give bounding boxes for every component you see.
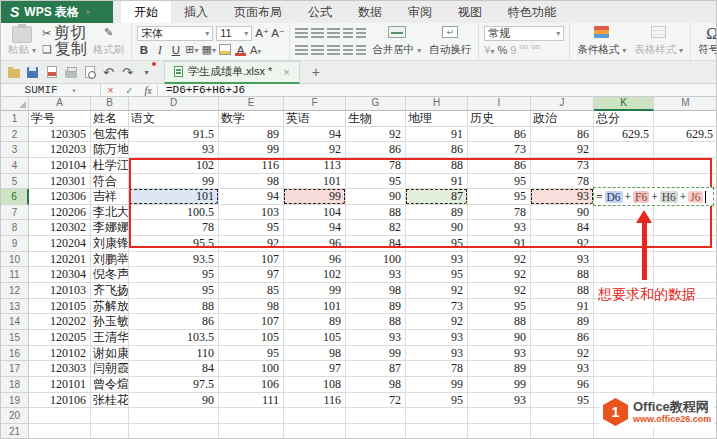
row-header-14[interactable]: 14 — [1, 314, 29, 330]
cell-D11[interactable]: 95 — [129, 267, 219, 283]
cell-B1[interactable]: 姓名 — [91, 111, 129, 127]
cell-H12[interactable]: 92 — [406, 283, 468, 299]
cell-F3[interactable]: 92 — [284, 142, 346, 158]
cell-J13[interactable]: 91 — [531, 299, 594, 315]
ribbon-tab-3[interactable]: 页面布局 — [221, 1, 295, 23]
table-style-button[interactable]: 表格样式 ▾ — [632, 25, 685, 58]
cell-J19[interactable]: 95 — [531, 393, 594, 409]
insert-function-button[interactable]: fx — [139, 85, 158, 96]
cell-A20[interactable] — [29, 408, 91, 424]
cell-M15[interactable] — [654, 330, 717, 346]
cell-A5[interactable]: 120301 — [29, 174, 91, 190]
ribbon-tab-4[interactable]: 公式 — [295, 1, 345, 23]
row-header-8[interactable]: 8 — [1, 220, 29, 236]
column-header-A[interactable]: A — [29, 97, 91, 111]
cell-I3[interactable]: 73 — [468, 142, 531, 158]
cell-K1[interactable]: 总分 — [594, 111, 654, 127]
row-header-6[interactable]: 6 — [1, 189, 29, 205]
cell-A6[interactable]: 120306 — [29, 189, 91, 205]
cell-I13[interactable]: 95 — [468, 299, 531, 315]
cell-F9[interactable]: 96 — [284, 236, 346, 252]
cell-F5[interactable]: 101 — [284, 174, 346, 190]
align-left-icon[interactable] — [295, 45, 308, 55]
cell-D13[interactable]: 88 — [129, 299, 219, 315]
cell-B13[interactable]: 苏解放 — [91, 299, 129, 315]
align-top-icon[interactable] — [295, 28, 308, 38]
align-right-icon[interactable] — [327, 45, 340, 55]
row-header-19[interactable]: 19 — [1, 393, 29, 409]
redo-icon[interactable]: ↷ — [120, 65, 135, 80]
cell-I16[interactable]: 93 — [468, 346, 531, 362]
cell-D5[interactable]: 99 — [129, 174, 219, 190]
cell-F21[interactable] — [284, 424, 346, 439]
cell-I8[interactable]: 93 — [468, 220, 531, 236]
cell-A3[interactable]: 120203 — [29, 142, 91, 158]
cell-G10[interactable]: 100 — [346, 252, 406, 268]
cell-A21[interactable] — [29, 424, 91, 439]
row-header-4[interactable]: 4 — [1, 158, 29, 174]
cell-E12[interactable]: 85 — [219, 283, 284, 299]
cell-I4[interactable]: 86 — [468, 158, 531, 174]
cell-E18[interactable]: 106 — [219, 377, 284, 393]
cell-A19[interactable]: 120106 — [29, 393, 91, 409]
open-file-icon[interactable] — [6, 65, 21, 80]
column-header-I[interactable]: I — [468, 97, 531, 111]
cell-D6[interactable]: 101 — [129, 189, 219, 205]
column-header-F[interactable]: F — [284, 97, 346, 111]
cell-E4[interactable]: 116 — [219, 158, 284, 174]
wrap-text-button[interactable]: ↵ 自动换行 — [427, 25, 473, 58]
row-header-21[interactable]: 21 — [1, 424, 29, 439]
cell-G20[interactable] — [346, 408, 406, 424]
confirm-entry-button[interactable]: ✓ — [120, 85, 139, 96]
cell-I1[interactable]: 历史 — [468, 111, 531, 127]
cell-F6[interactable]: 99 — [284, 189, 346, 205]
cell-J9[interactable]: 92 — [531, 236, 594, 252]
cell-B2[interactable]: 包宏伟 — [91, 127, 129, 143]
cell-D12[interactable]: 95 — [129, 283, 219, 299]
cell-M14[interactable] — [654, 314, 717, 330]
row-header-2[interactable]: 2 — [1, 127, 29, 143]
cell-H14[interactable]: 92 — [406, 314, 468, 330]
cell-A17[interactable]: 120303 — [29, 361, 91, 377]
ribbon-tab-1[interactable]: 开始 — [121, 1, 171, 23]
cell-B10[interactable]: 刘鹏举 — [91, 252, 129, 268]
cell-F15[interactable]: 105 — [284, 330, 346, 346]
column-header-E[interactable]: E — [219, 97, 284, 111]
column-header-G[interactable]: G — [346, 97, 406, 111]
cell-K17[interactable] — [594, 361, 654, 377]
column-header-K[interactable]: K — [594, 97, 654, 111]
cell-A14[interactable]: 120202 — [29, 314, 91, 330]
cell-G9[interactable]: 84 — [346, 236, 406, 252]
cell-G7[interactable]: 88 — [346, 205, 406, 221]
cell-M17[interactable] — [654, 361, 717, 377]
cell-F1[interactable]: 英语 — [284, 111, 346, 127]
cell-I11[interactable]: 92 — [468, 267, 531, 283]
cell-K2[interactable]: 629.5 — [594, 127, 654, 143]
increase-decimal-icon[interactable]: ⁰⁰ — [519, 43, 528, 56]
cell-B16[interactable]: 谢如康 — [91, 346, 129, 362]
cell-F20[interactable] — [284, 408, 346, 424]
decrease-decimal-icon[interactable]: ⁰⁰ — [531, 43, 540, 56]
cell-F12[interactable]: 99 — [284, 283, 346, 299]
cell-F2[interactable]: 94 — [284, 127, 346, 143]
cell-A10[interactable]: 120201 — [29, 252, 91, 268]
cell-B7[interactable]: 李北大 — [91, 205, 129, 221]
comma-style-icon[interactable]: 9 — [510, 44, 516, 56]
cell-B17[interactable]: 闫朝霞 — [91, 361, 129, 377]
ribbon-tab-7[interactable]: 视图 — [445, 1, 495, 23]
cell-G16[interactable]: 99 — [346, 346, 406, 362]
cell-G5[interactable]: 95 — [346, 174, 406, 190]
toolbar-more-icon[interactable]: ▾ — [139, 65, 154, 80]
row-header-17[interactable]: 17 — [1, 361, 29, 377]
format-painter-button[interactable]: ✎ 格式刷 — [91, 25, 127, 58]
cell-E11[interactable]: 97 — [219, 267, 284, 283]
cell-M18[interactable] — [654, 377, 717, 393]
cell-F18[interactable]: 108 — [284, 377, 346, 393]
cell-E19[interactable]: 111 — [219, 393, 284, 409]
row-header-16[interactable]: 16 — [1, 346, 29, 362]
cell-A2[interactable]: 120305 — [29, 127, 91, 143]
cell-D20[interactable] — [129, 408, 219, 424]
cell-K14[interactable] — [594, 314, 654, 330]
cell-G17[interactable]: 87 — [346, 361, 406, 377]
cell-D8[interactable]: 78 — [129, 220, 219, 236]
